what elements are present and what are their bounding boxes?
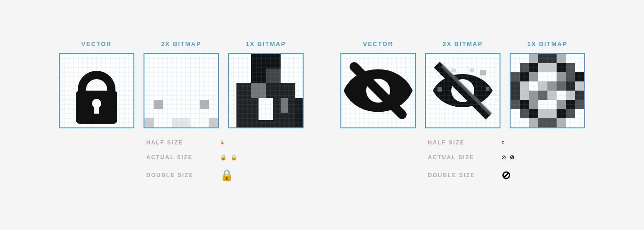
lock-half-size-icons: 🔒 bbox=[220, 140, 224, 144]
eye-icon-tiny: ⊘ bbox=[501, 140, 505, 144]
eye-actual-size-icons: ⊘ ⊘ bbox=[501, 154, 514, 161]
eye-2x-col: 2X BITMAP bbox=[425, 40, 500, 128]
eye-icon-large: ⊘ bbox=[501, 169, 511, 182]
lock-images-row: VECTOR 2X BITMAP 1X BITMAP bbox=[59, 40, 304, 128]
lock-half-size-label: HALF SIZE bbox=[146, 139, 220, 146]
lock-actual-size-icons: 🔒 🔒 bbox=[220, 154, 237, 161]
lock-icon-small-2: 🔒 bbox=[230, 154, 237, 161]
eye-vector-header: VECTOR bbox=[363, 40, 393, 47]
eye-size-labels: HALF SIZE ⊘ ACTUAL SIZE ⊘ ⊘ DOUBLE SIZE … bbox=[423, 139, 514, 190]
eye-half-size-row: HALF SIZE ⊘ bbox=[428, 139, 514, 146]
eye-actual-size-row: ACTUAL SIZE ⊘ ⊘ bbox=[428, 154, 514, 161]
eye-1x-col: 1X BITMAP bbox=[510, 40, 585, 128]
lock-double-size-row: DOUBLE SIZE 🔒 bbox=[146, 169, 237, 182]
eye-1x-canvas bbox=[510, 53, 585, 128]
eye-images-row: VECTOR 2X BITMAP 1X BITMAP bbox=[340, 40, 585, 128]
lock-actual-size-row: ACTUAL SIZE 🔒 🔒 bbox=[146, 154, 237, 161]
lock-icon-tiny: 🔒 bbox=[220, 140, 224, 144]
eye-2x-header: 2X BITMAP bbox=[443, 40, 483, 47]
eye-double-size-row: DOUBLE SIZE ⊘ bbox=[428, 169, 514, 182]
lock-vector-header: VECTOR bbox=[81, 40, 112, 47]
eye-half-size-label: HALF SIZE bbox=[428, 139, 501, 146]
lock-icon-small-1: 🔒 bbox=[220, 154, 227, 161]
eye-section: VECTOR 2X BITMAP 1X BITMAP bbox=[340, 40, 585, 190]
eye-double-size-icons: ⊘ bbox=[501, 169, 511, 182]
eye-half-size-icons: ⊘ bbox=[501, 140, 505, 144]
lock-icon-large: 🔒 bbox=[220, 169, 234, 182]
lock-section: VECTOR 2X BITMAP 1X BITMAP bbox=[59, 40, 304, 190]
lock-1x-canvas bbox=[228, 53, 304, 128]
lock-2x-canvas bbox=[144, 53, 219, 128]
eye-double-size-label: DOUBLE SIZE bbox=[428, 172, 501, 178]
eye-vector-canvas bbox=[340, 53, 416, 128]
lock-vector-canvas bbox=[59, 53, 134, 128]
main-container: VECTOR 2X BITMAP 1X BITMAP bbox=[40, 31, 604, 199]
lock-2x-col: 2X BITMAP bbox=[144, 40, 219, 128]
lock-1x-header: 1X BITMAP bbox=[246, 40, 286, 47]
lock-size-labels: HALF SIZE 🔒 ACTUAL SIZE 🔒 🔒 DOUBLE SIZE … bbox=[142, 139, 237, 190]
lock-half-size-row: HALF SIZE 🔒 bbox=[146, 139, 237, 146]
eye-1x-header: 1X BITMAP bbox=[527, 40, 567, 47]
eye-icon-small-1: ⊘ bbox=[501, 154, 506, 161]
eye-icon-small-2: ⊘ bbox=[510, 154, 514, 161]
lock-double-size-icons: 🔒 bbox=[220, 169, 234, 182]
eye-2x-canvas bbox=[425, 53, 500, 128]
eye-actual-size-label: ACTUAL SIZE bbox=[428, 154, 501, 161]
eye-vector-col: VECTOR bbox=[340, 40, 416, 128]
lock-1x-col: 1X BITMAP bbox=[228, 40, 304, 128]
lock-actual-size-label: ACTUAL SIZE bbox=[146, 154, 220, 161]
lock-2x-header: 2X BITMAP bbox=[161, 40, 201, 47]
lock-double-size-label: DOUBLE SIZE bbox=[146, 172, 220, 178]
lock-vector-col: VECTOR bbox=[59, 40, 134, 128]
